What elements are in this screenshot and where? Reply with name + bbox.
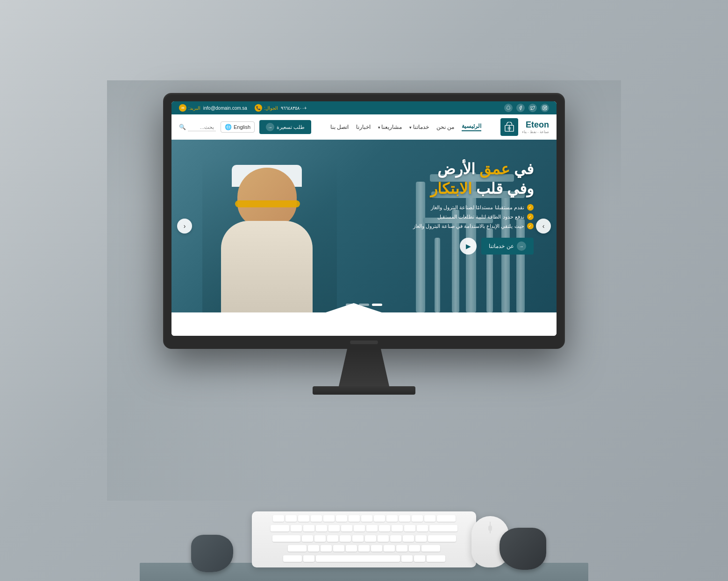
hero-bullet-1: ✓ نقدم مستقبلنا مستدامًا لصناعة البترول … (333, 204, 533, 211)
logo-icon (500, 118, 518, 136)
slider-prev-button[interactable]: ‹ (177, 219, 192, 234)
person-head (237, 168, 297, 227)
quote-button[interactable]: طلب تسعيرة → (259, 120, 311, 134)
key (283, 555, 302, 562)
key (303, 555, 314, 562)
key (341, 525, 352, 531)
nav-home[interactable]: الرئيسية (462, 123, 481, 131)
rock-left (191, 535, 233, 572)
prev-arrow-icon: ‹ (184, 222, 186, 230)
hero-person (202, 157, 337, 312)
key (427, 555, 445, 562)
key (328, 525, 340, 531)
contact-info-area: +٩٦٦٤٨٣٥٨٠٠ الجوال: 📞 info@domain.com.sa… (179, 104, 307, 112)
key (371, 545, 382, 552)
monitor-power-button (350, 340, 378, 344)
key (399, 515, 410, 522)
nav-services[interactable]: خدماتنا (409, 124, 429, 130)
bullet-text-2: ندفع حدود الطاقة لتلبية تطلعات المستقبل (437, 214, 524, 220)
hero-content: في عمق الأرض وفي قلب الابتكار ✓ نقدم مست… (333, 160, 533, 255)
email-icon: ✉ (179, 104, 186, 112)
slider-next-button[interactable]: › (536, 219, 551, 234)
nav-links: الرئيسية من نحن خدماتنا مشاريعنا اخبارنا… (330, 123, 482, 131)
social-icons-area (504, 104, 549, 112)
key (271, 525, 289, 531)
key (412, 515, 423, 522)
snapchat-icon[interactable] (504, 104, 513, 112)
key (421, 545, 440, 552)
hero-title: في عمق الأرض وفي قلب الابتكار (333, 160, 533, 198)
spacebar-key (316, 555, 400, 562)
person-glasses (235, 200, 300, 208)
hero-line2-prefix: وفي قلب (472, 180, 534, 197)
play-button[interactable]: ▶ (460, 238, 477, 255)
key (323, 515, 335, 522)
key (379, 525, 390, 531)
hero-title-suffix: الأرض (437, 161, 479, 177)
key (327, 535, 338, 542)
logo-sub: صناعة - نفط - بناء (522, 130, 549, 134)
key (349, 515, 360, 522)
key (404, 525, 415, 531)
key (374, 515, 385, 522)
key (333, 545, 344, 552)
key (396, 545, 407, 552)
main-navigation: Eteon صناعة - نفط - بناء (171, 114, 557, 140)
key (340, 535, 351, 542)
phone-icon: 📞 (255, 104, 262, 112)
person-body (221, 221, 313, 312)
phone-number: +٩٦٦٤٨٣٥٨٠٠ (281, 106, 307, 111)
monitor-screen: +٩٦٦٤٨٣٥٨٠٠ الجوال: 📞 info@domain.com.sa… (171, 101, 557, 336)
services-button[interactable]: → عن خدماتنا (481, 238, 533, 255)
key (285, 515, 297, 522)
monitor-bezel-bottom (171, 336, 557, 349)
top-bar: +٩٦٦٤٨٣٥٨٠٠ الجوال: 📞 info@domain.com.sa… (171, 101, 557, 114)
bullet-text-1: نقدم مستقبلنا مستدامًا لصناعة البترول وا… (431, 205, 524, 211)
bullet-check-2: ✓ (527, 213, 534, 220)
hero-title-line2: وفي قلب الابتكار (333, 180, 533, 198)
hero-title-emphasis: عمق (479, 161, 510, 177)
instagram-icon[interactable] (541, 104, 549, 112)
key (302, 535, 313, 542)
key (424, 515, 435, 522)
nav-about[interactable]: من نحن (436, 124, 454, 130)
hero-bullets: ✓ نقدم مستقبلنا مستدامًا لصناعة البترول … (333, 204, 533, 229)
key (403, 535, 414, 542)
key (378, 535, 389, 542)
nav-news[interactable]: اخبارنا (356, 124, 371, 130)
key (361, 515, 372, 522)
person-shape (216, 165, 324, 312)
facebook-icon[interactable] (516, 104, 525, 112)
email-label: البريد: (188, 106, 200, 111)
svg-rect-0 (543, 106, 547, 110)
key (314, 535, 326, 542)
nav-tools: طلب تسعيرة → English 🌐 🔍 (179, 120, 311, 134)
twitter-icon[interactable] (528, 104, 537, 112)
hero-line2-em: الابتكار (430, 180, 472, 197)
key (358, 545, 370, 552)
logo-area[interactable]: Eteon صناعة - نفط - بناء (500, 118, 549, 136)
key (390, 535, 401, 542)
play-icon: ▶ (466, 242, 471, 250)
key (417, 525, 428, 531)
search-icon[interactable]: 🔍 (179, 124, 186, 130)
bullet-check-3: ✓ (527, 223, 534, 229)
bullet-text-3: حيث يلتقي الإبداع بالاستدامة في صناعة ال… (413, 223, 524, 229)
language-button[interactable]: English 🌐 (221, 121, 255, 133)
quote-btn-label: طلب تسعيرة (277, 124, 305, 130)
key (384, 545, 395, 552)
search-input[interactable] (188, 123, 216, 131)
bullet-check-1: ✓ (527, 204, 534, 211)
key (316, 525, 327, 531)
nav-contact[interactable]: اتصل بنا (330, 124, 349, 130)
key (409, 545, 420, 552)
svg-point-1 (544, 107, 545, 108)
key (321, 545, 332, 552)
email-contact: info@domain.com.sa البريد: ✉ (179, 104, 247, 112)
svg-point-2 (546, 106, 546, 107)
key (429, 525, 457, 531)
nav-projects[interactable]: مشاريعنا (378, 124, 402, 130)
key (354, 525, 365, 531)
key (273, 515, 284, 522)
key (311, 515, 322, 522)
